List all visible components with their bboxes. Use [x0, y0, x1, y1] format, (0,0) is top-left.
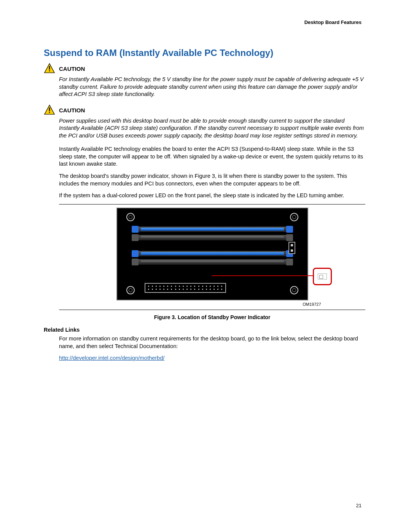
- caution-icon: [44, 63, 55, 73]
- caution-block-1: CAUTION: [44, 63, 365, 73]
- standby-led-callout: [313, 268, 332, 285]
- related-links-label: Related Links: [44, 326, 365, 334]
- screw-hole-icon: [290, 213, 298, 221]
- svg-rect-1: [49, 66, 50, 69]
- pin-header-connector-icon: [145, 283, 226, 293]
- figure-om-label: OM19727: [303, 302, 321, 307]
- screw-hole-icon: [126, 213, 135, 221]
- related-links-text: For more information on standby current …: [59, 335, 365, 350]
- caution-text-2: Power supplies used with this desktop bo…: [59, 117, 365, 140]
- caution-block-2: CAUTION: [44, 104, 365, 115]
- body-paragraph-2: The desktop board's standby power indica…: [59, 173, 365, 187]
- dimm-slot-black: [132, 235, 292, 240]
- dimm-slot-blue: [132, 227, 292, 232]
- related-links-url-line: http://developer.intel.com/design/mother…: [59, 355, 365, 362]
- screw-hole-icon: [126, 286, 135, 294]
- callout-line: [212, 275, 313, 276]
- section-title: Suspend to RAM (Instantly Available PC T…: [44, 47, 365, 59]
- svg-rect-5: [49, 112, 50, 113]
- body-paragraph-1: Instantly Available PC technology enable…: [59, 145, 365, 168]
- breadcrumb: Desktop Board Features: [304, 19, 362, 25]
- page-number: 21: [356, 502, 362, 509]
- dimm-slot-blue: [132, 251, 292, 256]
- caution-label: CAUTION: [59, 107, 85, 114]
- caution-icon: [44, 104, 55, 115]
- figure-wrap: OM19727: [59, 208, 365, 308]
- caution-text-1: For Instantly Available PC technology, t…: [59, 76, 365, 98]
- svg-rect-4: [49, 107, 50, 111]
- caution-label: CAUTION: [59, 65, 85, 73]
- svg-rect-2: [49, 70, 50, 72]
- figure-top-divider: [59, 204, 365, 204]
- dimm-slot-black: [132, 259, 292, 265]
- board-illustration: [116, 208, 308, 300]
- body-paragraph-3: If the system has a dual-colored power L…: [59, 192, 365, 200]
- related-link[interactable]: http://developer.intel.com/design/mother…: [59, 355, 164, 361]
- document-page: Desktop Board Features Suspend to RAM (I…: [0, 0, 411, 532]
- figure-stage: OM19727: [116, 208, 308, 308]
- small-connector-icon: [288, 242, 295, 254]
- figure-bottom-divider: [59, 310, 365, 310]
- screw-hole-icon: [290, 286, 298, 294]
- page-header: Desktop Board Features: [44, 19, 365, 26]
- standby-led-icon: [318, 273, 327, 280]
- figure-caption: Figure 3. Location of Standby Power Indi…: [59, 314, 365, 321]
